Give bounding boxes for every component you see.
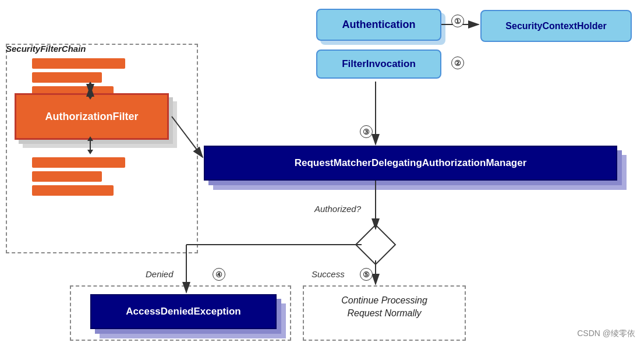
diagram-container: SecurityFilterChain AuthorizationFilter … bbox=[0, 0, 644, 346]
success-label: Success bbox=[312, 269, 345, 279]
authorization-filter-label: AuthorizationFilter bbox=[45, 111, 139, 123]
orange-bar-top-1 bbox=[32, 58, 125, 69]
authorization-filter-box: AuthorizationFilter bbox=[15, 93, 169, 140]
authentication-box: Authentication bbox=[316, 9, 441, 41]
request-matcher-box: RequestMatcherDelegatingAuthorizationMan… bbox=[204, 146, 617, 181]
decision-diamond bbox=[355, 224, 397, 266]
authorized-label: Authorized? bbox=[314, 204, 361, 214]
circle-num-5: ⑤ bbox=[360, 268, 373, 281]
request-matcher-label: RequestMatcherDelegatingAuthorizationMan… bbox=[295, 157, 527, 169]
orange-bar-top-2 bbox=[32, 72, 102, 83]
orange-bars-bottom bbox=[32, 157, 125, 196]
orange-bar-bottom-1 bbox=[32, 157, 125, 168]
security-context-holder-box: SecurityContextHolder bbox=[480, 10, 632, 42]
orange-bar-bottom-3 bbox=[32, 185, 114, 196]
security-context-holder-label: SecurityContextHolder bbox=[505, 21, 606, 31]
continue-processing-text: Continue ProcessingRequest Normally bbox=[306, 294, 463, 320]
access-denied-label: AccessDeniedException bbox=[126, 306, 240, 317]
orange-bars-top bbox=[32, 58, 125, 97]
circle-num-3: ③ bbox=[360, 125, 373, 138]
circle-num-4: ④ bbox=[213, 268, 225, 281]
circle-num-1: ① bbox=[451, 15, 464, 27]
watermark: CSDN @绫零依 bbox=[577, 329, 635, 339]
orange-bar-bottom-2 bbox=[32, 171, 102, 182]
circle-num-2: ② bbox=[451, 57, 464, 69]
filter-invocation-label: FilterInvocation bbox=[342, 58, 416, 70]
access-denied-box: AccessDeniedException bbox=[90, 294, 277, 329]
authentication-label: Authentication bbox=[342, 19, 416, 31]
denied-label: Denied bbox=[146, 269, 174, 279]
security-filter-chain-label: SecurityFilterChain bbox=[6, 44, 86, 54]
filter-invocation-box: FilterInvocation bbox=[316, 50, 441, 79]
